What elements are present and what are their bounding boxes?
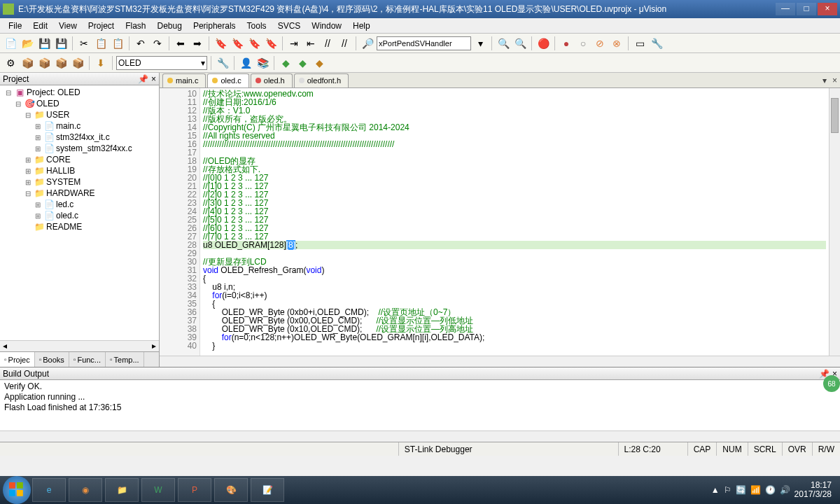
menu-svcs[interactable]: SVCS — [272, 20, 307, 32]
manage-icon[interactable]: 👤 — [238, 55, 253, 71]
incremental-find-icon[interactable]: 🔍 — [496, 36, 511, 51]
close-button[interactable]: × — [818, 3, 837, 15]
tray-clock-icon[interactable]: 🕐 — [765, 485, 776, 495]
file-tab[interactable]: oled.c — [207, 74, 248, 88]
menu-debug[interactable]: Debug — [152, 20, 188, 32]
task-pdf[interactable]: ◉ — [69, 478, 102, 502]
build-icon[interactable]: 📦 — [20, 55, 35, 71]
pack-installer-icon[interactable]: ◆ — [278, 55, 293, 71]
menu-flash[interactable]: Flash — [120, 20, 151, 32]
find-in-files-icon[interactable]: 🔍 — [512, 36, 528, 51]
code-content[interactable]: //技术论坛:www.openedv.com//创建日期:2016/1/6//版… — [200, 88, 829, 356]
rte-icon[interactable]: ◆ — [295, 55, 310, 71]
target-combo[interactable]: OLED▾ — [116, 56, 207, 70]
panel-close-icon[interactable]: × — [151, 74, 156, 84]
maximize-button[interactable]: □ — [797, 3, 816, 15]
translate-icon[interactable]: ⚙ — [3, 55, 18, 71]
manage-books-icon[interactable]: 📚 — [255, 55, 270, 71]
menu-file[interactable]: File — [3, 20, 27, 32]
undo-icon[interactable]: ↶ — [133, 36, 148, 51]
indent-icon[interactable]: ⇥ — [286, 36, 302, 51]
tree-node[interactable]: ⊟🎯OLED — [1, 98, 158, 109]
tree-node[interactable]: ⊞📁SYSTEM — [1, 176, 158, 188]
project-tree[interactable]: ⊟▣Project: OLED⊟🎯OLED⊟📁USER⊞📄main.c⊞📄stm… — [0, 85, 159, 340]
task-ie[interactable]: e — [32, 478, 66, 502]
menu-help[interactable]: Help — [347, 20, 376, 32]
scroll-right-icon[interactable]: ▸ — [149, 341, 159, 351]
stop-build-icon[interactable]: 📦 — [70, 55, 85, 71]
bookmark-prev-icon[interactable]: 🔖 — [230, 36, 245, 51]
copy-icon[interactable]: 📋 — [93, 36, 108, 51]
task-notepad[interactable]: 📝 — [251, 478, 284, 502]
tray-sync-icon[interactable]: 🔄 — [736, 485, 746, 495]
config-icon[interactable]: 🔧 — [649, 36, 664, 51]
menu-peripherals[interactable]: Peripherals — [188, 20, 241, 32]
tray-volume-icon[interactable]: 🔊 — [780, 485, 790, 495]
assist-badge[interactable]: 68 — [823, 375, 840, 392]
tree-node[interactable]: ⊞📄system_stm32f4xx.c — [1, 143, 158, 154]
taskbar-clock[interactable]: 18:17 2017/3/28 — [794, 481, 832, 499]
start-button[interactable] — [3, 476, 31, 504]
menu-tools[interactable]: Tools — [241, 20, 272, 32]
options-icon[interactable]: 🔧 — [215, 55, 230, 71]
bottom-tab[interactable]: ▫Temp... — [106, 352, 144, 367]
tree-node[interactable]: ⊞📁HALLIB — [1, 165, 158, 176]
tray-flag-icon[interactable]: ▲ — [711, 485, 720, 495]
save-icon[interactable]: 💾 — [36, 36, 52, 51]
minimize-button[interactable]: — — [776, 3, 795, 15]
tray-network-icon[interactable]: 📶 — [750, 485, 761, 495]
tree-node[interactable]: ⊞📄oled.c — [1, 210, 158, 221]
scroll-left-icon[interactable]: ◂ — [0, 341, 10, 351]
task-paint[interactable]: 🎨 — [214, 478, 248, 502]
breakpoint-icon[interactable]: ● — [559, 36, 574, 51]
find-combo[interactable] — [377, 36, 471, 50]
tree-node[interactable]: ⊞📄stm32f4xx_it.c — [1, 132, 158, 143]
bookmark-icon[interactable]: 🔖 — [213, 36, 228, 51]
paste-icon[interactable]: 📋 — [110, 36, 125, 51]
file-tab[interactable]: oled.h — [251, 74, 293, 88]
rte2-icon[interactable]: ◆ — [312, 55, 327, 71]
debug-icon[interactable]: 🔴 — [536, 36, 551, 51]
bookmark-next-icon[interactable]: 🔖 — [246, 36, 262, 51]
breakpoint-kill-icon[interactable]: ⊘ — [592, 36, 608, 51]
uncomment-icon[interactable]: // — [337, 36, 352, 51]
tree-node[interactable]: 📁README — [1, 221, 158, 232]
tree-node[interactable]: ⊟▣Project: OLED — [1, 87, 158, 98]
task-wps[interactable]: W — [141, 478, 175, 502]
batch-build-icon[interactable]: 📦 — [53, 55, 69, 71]
build-output-text[interactable]: Verify OK.Application running ...Flash L… — [0, 380, 840, 430]
find-icon[interactable]: 🔎 — [360, 36, 375, 51]
redo-icon[interactable]: ↷ — [150, 36, 165, 51]
bookmark-clear-icon[interactable]: 🔖 — [263, 36, 279, 51]
task-ppt[interactable]: P — [178, 478, 211, 502]
file-tab[interactable]: oledfont.h — [294, 74, 349, 88]
outdent-icon[interactable]: ⇤ — [303, 36, 318, 51]
pin-icon[interactable]: 📌 — [138, 74, 148, 84]
tree-node[interactable]: ⊟📁USER — [1, 109, 158, 120]
tree-node[interactable]: ⊟📁HARDWARE — [1, 188, 158, 199]
new-icon[interactable]: 📄 — [3, 36, 18, 51]
bottom-tab[interactable]: ▫Projec — [0, 352, 35, 367]
horizontal-scrollbar[interactable] — [160, 356, 840, 367]
save-all-icon[interactable]: 💾 — [53, 36, 69, 51]
tab-dropdown-icon[interactable]: ▾ — [820, 76, 830, 85]
download-icon[interactable]: ⬇ — [93, 55, 108, 71]
bottom-tab[interactable]: ▫Books — [35, 352, 69, 367]
build-hscroll[interactable] — [0, 430, 840, 442]
comment-icon[interactable]: // — [320, 36, 335, 51]
vertical-scrollbar[interactable] — [829, 88, 840, 356]
cut-icon[interactable]: ✂ — [76, 36, 92, 51]
rebuild-icon[interactable]: 📦 — [36, 55, 52, 71]
system-tray[interactable]: ▲ ⚐ 🔄 📶 🕐 🔊 18:17 2017/3/28 — [706, 481, 837, 499]
menu-view[interactable]: View — [53, 20, 83, 32]
find-dropdown-icon[interactable]: ▾ — [472, 36, 488, 51]
nav-fwd-icon[interactable]: ➡ — [190, 36, 205, 51]
task-explorer[interactable]: 📁 — [105, 478, 139, 502]
breakpoint-kill-all-icon[interactable]: ⊗ — [609, 36, 624, 51]
window-icon[interactable]: ▭ — [632, 36, 648, 51]
menu-project[interactable]: Project — [83, 20, 120, 32]
menu-edit[interactable]: Edit — [27, 20, 53, 32]
tray-action-icon[interactable]: ⚐ — [724, 485, 732, 495]
bottom-tab[interactable]: ▫Func... — [69, 352, 106, 367]
breakpoint-disable-icon[interactable]: ○ — [575, 36, 591, 51]
